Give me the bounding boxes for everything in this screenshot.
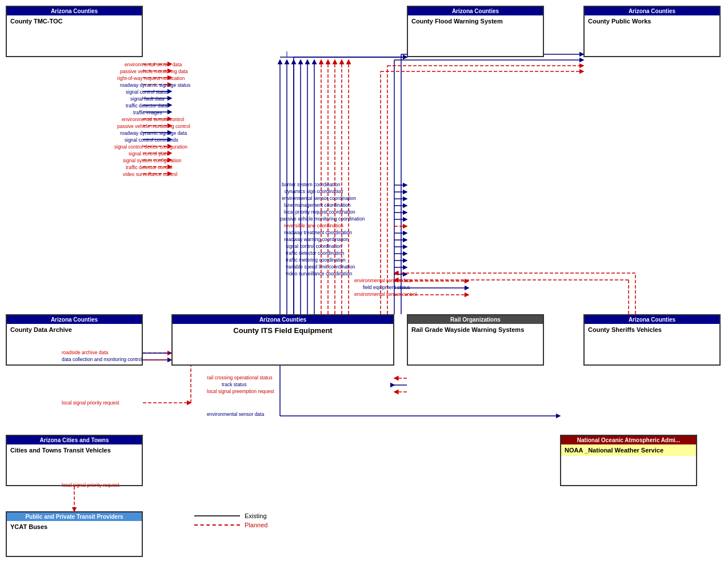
label-local-priority-coord: local priority request coordination <box>284 209 355 215</box>
ycat-node: Public and Private Transit Providers YCA… <box>6 511 143 557</box>
label-signal-fault: signal fault data <box>130 96 165 102</box>
label-data-collection: data collection and monitoring control <box>62 356 142 362</box>
county-tmc-title: County TMC-TOC <box>7 15 142 27</box>
label-rail-crossing: rail crossing operational status <box>207 375 273 380</box>
county-flood-header: Arizona Counties <box>408 7 543 15</box>
county-data-archive-header: Arizona Counties <box>7 315 142 324</box>
rail-grade-title: Rail Grade Wayside Warning Systems <box>408 324 543 335</box>
rail-grade-node: Rail Organizations Rail Grade Wayside Wa… <box>407 314 544 366</box>
county-public-works-node: Arizona Counties County Public Works <box>583 6 721 57</box>
label-reversible-lane-coord: reversible lane coordination <box>284 223 343 229</box>
county-its-node: Arizona Counties County ITS Field Equipm… <box>171 314 394 366</box>
label-traffic-metering-coord: traffic metering coordination <box>286 257 346 263</box>
label-field-equip-status: field equipment status <box>363 284 410 290</box>
rail-grade-header: Rail Organizations <box>408 315 543 324</box>
label-signal-device-config: signal control device configuration <box>114 144 187 150</box>
county-flood-title: County Flood Warning System <box>408 15 543 27</box>
legend-existing-line <box>194 515 240 516</box>
label-passive-vehicle-coord: passive vehicle monitoring coordination <box>280 216 365 222</box>
label-roadway-signage: roadway dynamic signage status <box>120 82 190 88</box>
label-variable-speed-coord: variable speed limit coordination <box>286 264 355 270</box>
label-signal-ctrl-coord: signal control coordination <box>286 243 342 249</box>
label-barrier-coord: barrier system coordination <box>282 182 341 187</box>
label-roadside-archive: roadside archive data <box>62 350 108 355</box>
label-video-surveillance-ctrl: video surveillance control <box>123 171 177 177</box>
cities-transit-node: Arizona Cities and Towns Cities and Town… <box>6 435 143 486</box>
label-local-signal-preempt: local signal preemption request <box>207 388 274 394</box>
label-env-sensor-data: environmental sensor data <box>125 62 182 67</box>
county-public-works-header: Arizona Counties <box>585 7 719 15</box>
legend-existing-label: Existing <box>245 512 267 519</box>
legend: Existing Planned <box>194 512 267 531</box>
county-tmc-header: Arizona Counties <box>7 7 142 15</box>
label-passive-vehicle-control: passive vehicle monitoring control <box>117 123 190 129</box>
county-sheriffs-title: County Sheriffs Vehicles <box>585 324 719 335</box>
label-passive-vehicle: passive vehicle monitoring data <box>120 69 188 74</box>
noaa-node: National Oceanic Atmospheric Admi... NOA… <box>560 435 697 486</box>
label-env-sensor-ctrl2: environmental sensor control <box>354 291 417 297</box>
ycat-title: YCAT Buses <box>7 521 142 532</box>
label-signal-system-config: signal system configuration <box>123 158 182 163</box>
label-traffic-images: traffic images <box>133 110 162 115</box>
county-sheriffs-node: Arizona Counties County Sheriffs Vehicle… <box>583 314 721 366</box>
label-env-sensor-data2: environmental sensor data <box>354 278 411 283</box>
label-roadway-warning-coord: roadway warning coordination <box>284 237 349 242</box>
label-row-request: right-of-way request notification <box>117 75 185 81</box>
legend-planned-label: Planned <box>245 522 267 528</box>
county-its-title: County ITS Field Equipment <box>173 324 393 337</box>
label-env-sensor-data3: environmental sensor data <box>207 411 264 417</box>
label-signal-control-plans: signal control plans <box>129 151 170 157</box>
label-video-surveillance-coord: video surveillance coordination <box>286 271 352 277</box>
county-tmc-node: Arizona Counties County TMC-TOC <box>6 6 143 57</box>
label-dynamics-coord: dynamics sign coordination <box>285 189 343 194</box>
label-signal-commands: signal control commands <box>125 137 178 143</box>
label-traffic-detector-coord: traffic detector coordination <box>286 250 344 256</box>
label-traffic-detector: traffic detector data <box>126 103 167 109</box>
cities-transit-header: Arizona Cities and Towns <box>7 436 142 444</box>
county-public-works-title: County Public Works <box>585 15 719 27</box>
legend-planned-line <box>194 524 240 526</box>
label-lane-mgmt-coord: lane management coordination <box>284 202 351 208</box>
county-flood-node: Arizona Counties County Flood Warning Sy… <box>407 6 544 57</box>
ycat-header: Public and Private Transit Providers <box>7 512 142 521</box>
label-roadway-dynamic: roadway dynamic signage data <box>120 130 187 136</box>
county-its-header: Arizona Counties <box>173 315 393 324</box>
label-env-sensor-coord: environmental sensor coordination <box>282 195 356 201</box>
label-local-signal-priority2: local signal priority request <box>62 482 119 488</box>
label-env-sensor-control: environmental sensor control <box>122 117 184 122</box>
label-track-status: track status <box>222 382 246 387</box>
noaa-title: NOAA _National Weather Service <box>561 444 696 456</box>
label-roadway-treatment-coord: roadway treatment coordination <box>284 230 352 235</box>
county-sheriffs-header: Arizona Counties <box>585 315 719 324</box>
label-signal-control-status: signal control status <box>126 89 169 95</box>
label-local-signal-priority: local signal priority request <box>62 400 119 406</box>
cities-transit-title: Cities and Towns Transit Vehicles <box>7 444 142 456</box>
noaa-header: National Oceanic Atmospheric Admi... <box>561 436 696 444</box>
label-traffic-detector-ctrl: traffic detector control <box>126 165 173 170</box>
county-data-archive-title: County Data Archive <box>7 324 142 335</box>
